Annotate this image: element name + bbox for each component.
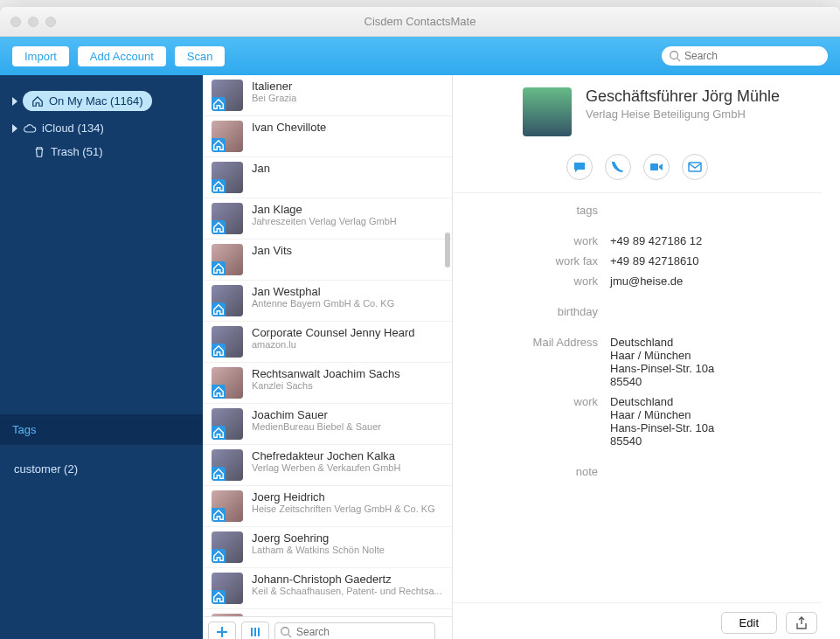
sidebar-icloud-label: iCloud (134) [42,122,104,135]
home-badge-icon [212,468,225,480]
contact-photo[interactable] [523,87,572,136]
avatar [212,162,243,193]
tag-label: customer (2) [14,462,78,476]
scan-button[interactable]: Scan [175,46,226,66]
home-badge-icon [212,427,225,439]
field-value: jmu@heise.de [610,274,821,288]
list-item-name: Johann-Christoph Gaedertz [252,573,442,586]
detail-field-row: birthday [453,302,821,322]
field-value: +49 89 42718610 [610,254,821,267]
message-icon [573,160,587,174]
list-item[interactable]: Rechtsanwalt Joachim SachsKanzlei Sachs [203,363,452,404]
field-value: Deutschland Haar / München Hans-Pinsel-S… [610,336,821,388]
avatar [212,367,243,399]
toolbar-search-wrap [662,46,828,66]
avatar [212,614,243,616]
toolbar-search-input[interactable] [662,46,828,66]
home-badge-icon [212,344,225,357]
field-value: +49 89 427186 12 [610,234,821,247]
list-item[interactable]: Joerg SoehringLatham & Watkins Schön Nol… [203,527,452,568]
call-button[interactable] [605,154,631,180]
window-title: Cisdem ContactsMate [364,15,476,28]
list-item-name: Rechtsanwalt Joachim Sachs [252,367,400,380]
minimize-window-button[interactable] [28,17,38,27]
svg-point-0 [670,52,678,59]
list-item[interactable]: Jan WestphalAntenne Bayern GmbH & Co. KG [203,281,452,322]
scrollbar-thumb[interactable] [445,233,450,267]
home-badge-icon [212,591,225,603]
list-item[interactable]: Corporate Counsel Jenny Heardamazon.lu [203,322,452,363]
list-item-name: Joerg Heidrich [252,490,435,504]
list-item[interactable]: Joerg HeidrichHeise Zeitschriften Verlag… [203,486,452,527]
field-label: work [453,395,610,448]
email-button[interactable] [682,154,708,180]
disclosure-triangle-icon [12,124,17,133]
video-icon [649,160,663,174]
contact-list-search-input[interactable] [274,622,435,640]
field-value [610,204,821,217]
sidebar-item-trash[interactable]: Trash (51) [9,140,194,163]
home-badge-icon [212,180,225,192]
edit-button[interactable]: Edit [721,612,777,634]
video-button[interactable] [643,154,670,180]
sidebar-on-my-mac-label: On My Mac (1164) [49,94,143,108]
share-button[interactable] [786,612,817,634]
message-button[interactable] [566,154,593,180]
trash-icon [33,146,45,158]
tags-header: Tags [0,414,203,445]
sidebar-tags-section: Tags customer (2) [0,414,203,639]
list-item[interactable]: Ivan Chevillote [203,116,452,157]
sidebar-item-on-my-mac[interactable]: On My Mac (1164) [9,86,194,116]
list-item-subtitle: Bei Grazia [252,93,296,103]
disclosure-triangle-icon [12,97,17,106]
home-badge-icon [212,385,225,398]
add-contact-button[interactable] [208,622,236,640]
phone-icon [611,160,625,174]
list-item[interactable]: John Chen [203,609,452,616]
list-item-name: Chefredakteur Jochen Kalka [252,449,400,462]
add-account-button[interactable]: Add Account [78,46,166,66]
list-item-name: Jan Klage [252,203,397,216]
list-item[interactable]: Chefredakteur Jochen KalkaVerlag Werben … [203,445,452,486]
list-item-subtitle: MedienBureau Biebel & Sauer [252,421,381,432]
avatar [212,490,243,522]
home-badge-icon [212,98,225,110]
detail-header: Geschäftsführer Jörg Mühle Verlag Heise … [453,87,821,145]
contact-actions [453,145,821,193]
detail-field-row: workjmu@heise.de [453,271,821,291]
zoom-window-button[interactable] [45,17,56,27]
close-window-button[interactable] [10,17,21,27]
home-badge-icon [212,303,225,316]
contact-detail-panel: Geschäftsführer Jörg Mühle Verlag Heise … [453,75,840,639]
avatar [212,203,243,234]
sidebar: On My Mac (1164) iCloud (134) Trash (51)… [0,75,203,639]
list-item-name: Jan Westphal [252,285,394,298]
cloud-icon [23,122,37,135]
list-item-name: Jan [252,162,270,175]
contact-list-footer [203,616,452,639]
sidebar-item-icloud[interactable]: iCloud (134) [9,116,194,140]
tag-item-customer[interactable]: customer (2) [12,457,191,481]
field-value [610,305,821,318]
list-item-subtitle: Kanzlei Sachs [252,380,400,391]
list-item[interactable]: Jan KlageJahreszeiten Verlag Verlag GmbH [203,198,452,240]
columns-icon [248,626,262,638]
list-item[interactable]: Jan Vits [203,240,452,281]
list-item[interactable]: Johann-Christoph GaedertzKeil & Schaafha… [203,568,452,609]
import-button[interactable]: Import [12,46,69,66]
columns-button[interactable] [241,622,269,640]
contact-list-scroll[interactable]: ItalienerBei GraziaIvan ChevilloteJanJan… [203,75,452,616]
home-badge-icon [212,139,225,151]
svg-rect-4 [650,163,658,170]
list-item[interactable]: ItalienerBei Grazia [203,75,452,116]
field-label: work fax [453,254,610,267]
window-controls [10,17,56,27]
list-item-name: Italiener [252,80,296,93]
detail-field-row: Mail AddressDeutschland Haar / München H… [453,332,821,392]
avatar [212,80,243,111]
list-item[interactable]: Joachim SauerMedienBureau Biebel & Sauer [203,404,452,445]
home-badge-icon [212,221,225,233]
list-item[interactable]: Jan [203,157,452,198]
svg-line-1 [677,59,681,62]
contact-list-panel: ItalienerBei GraziaIvan ChevilloteJanJan… [203,75,453,639]
